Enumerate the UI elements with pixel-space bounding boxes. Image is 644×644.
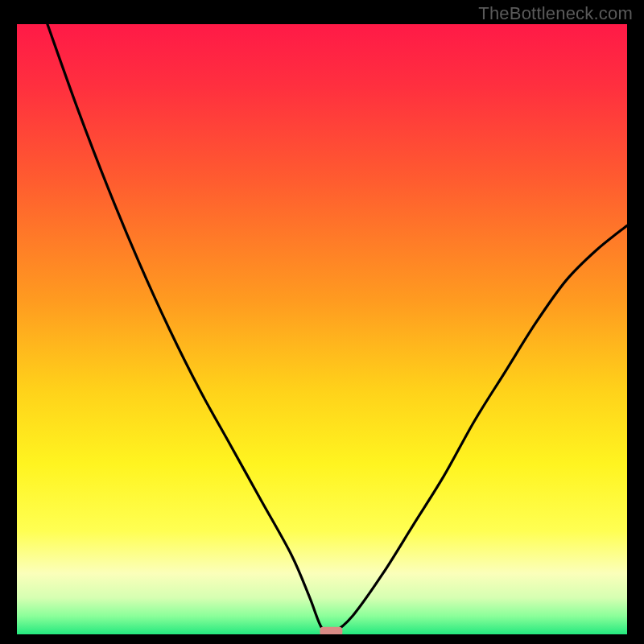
minimum-marker [320, 627, 342, 634]
plot-area [17, 24, 627, 634]
watermark-label: TheBottleneck.com [478, 3, 633, 24]
chart-frame: TheBottleneck.com [0, 0, 644, 644]
bottleneck-chart [17, 24, 627, 634]
gradient-background [17, 24, 627, 634]
